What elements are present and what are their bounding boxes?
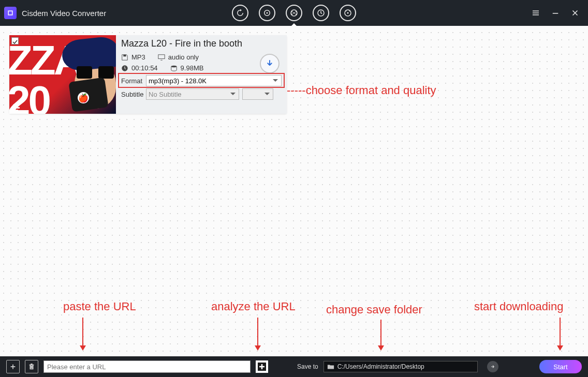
close-icon[interactable] — [569, 7, 581, 19]
app-logo-icon — [4, 7, 17, 19]
thumbnail[interactable]: ZZA 20 dr 🍎 — [9, 35, 116, 114]
svg-point-10 — [347, 12, 349, 14]
minimize-icon[interactable] — [550, 7, 561, 19]
download-button[interactable] — [260, 54, 280, 73]
clock-icon — [121, 65, 128, 72]
svg-point-5 — [296, 11, 297, 12]
format-row: Format mp3(mp3) - 128.0K — [121, 75, 282, 86]
menu-icon[interactable] — [530, 7, 541, 19]
media-text: audio only — [168, 53, 199, 61]
bottom-toolbar: Save to C:/Users/Administrator/Desktop S… — [0, 356, 588, 377]
titlebar: Cisdem Video Converter — [0, 0, 588, 26]
rip-tab-icon[interactable] — [259, 5, 275, 21]
save-to-label: Save to — [297, 363, 318, 370]
format-field-label: Format — [121, 77, 146, 85]
other-tab-icon[interactable] — [340, 5, 356, 21]
mode-tabs — [232, 5, 356, 21]
item-title: Mazza L20 - Fire in the booth — [121, 38, 282, 49]
thumb-side-text: dr — [10, 103, 21, 113]
svg-point-1 — [267, 12, 268, 14]
format-text: MP3 — [131, 53, 145, 61]
monitor-icon — [158, 54, 165, 61]
item-details: Mazza L20 - Fire in the booth MP3 audio … — [116, 35, 287, 114]
convert-tab-icon[interactable] — [232, 5, 248, 21]
svg-point-7 — [296, 13, 297, 14]
svg-point-4 — [291, 11, 292, 12]
format-select[interactable]: mp3(mp3) - 128.0K — [146, 75, 282, 86]
svg-rect-12 — [158, 54, 165, 58]
download-item-card: ZZA 20 dr 🍎 Mazza L20 - Fire in the boot… — [9, 35, 287, 114]
start-button[interactable]: Start — [539, 360, 582, 373]
thumb-person: 🍎 — [51, 36, 116, 113]
delete-button[interactable] — [25, 360, 38, 373]
start-button-label: Start — [553, 363, 567, 371]
subtitle-lang-select[interactable] — [242, 88, 273, 100]
size-label: 9.98MB — [170, 64, 204, 72]
subtitle-row: Subtitle No Subtitle — [121, 88, 282, 100]
save-path-field[interactable]: C:/Users/Administrator/Desktop — [324, 361, 478, 372]
analyze-url-button[interactable] — [256, 360, 268, 373]
disk-icon — [121, 54, 128, 61]
content-area: ZZA 20 dr 🍎 Mazza L20 - Fire in the boot… — [0, 26, 588, 123]
browse-folder-button[interactable] — [487, 361, 498, 372]
storage-icon — [170, 65, 178, 72]
download-tab-icon[interactable] — [286, 5, 302, 21]
add-button[interactable] — [6, 360, 20, 373]
size-text: 9.98MB — [181, 64, 204, 72]
svg-point-3 — [293, 12, 295, 14]
format-label: MP3 — [121, 53, 145, 61]
subtitle-field-label: Subtitle — [121, 91, 146, 98]
subtitle-select[interactable]: No Subtitle — [146, 88, 239, 100]
duration-text: 00:10:54 — [131, 64, 158, 72]
apple-logo-icon: 🍎 — [78, 92, 89, 103]
window-controls — [530, 7, 588, 19]
svg-rect-11 — [123, 54, 126, 56]
url-input[interactable] — [43, 360, 251, 373]
svg-point-14 — [171, 65, 177, 67]
edit-tab-icon[interactable] — [313, 5, 329, 21]
app-title: Cisdem Video Converter — [22, 9, 106, 18]
duration-label: 00:10:54 — [121, 64, 158, 72]
media-label: audio only — [158, 53, 199, 61]
svg-point-6 — [291, 13, 292, 14]
save-path-text: C:/Users/Administrator/Desktop — [337, 363, 424, 370]
folder-icon — [327, 364, 334, 370]
